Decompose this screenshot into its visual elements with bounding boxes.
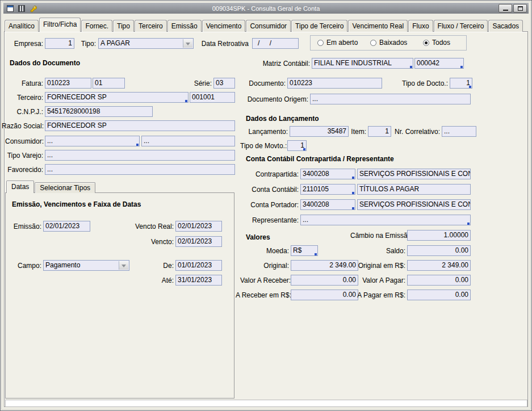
- contrapartida-label: Contrapartida:: [249, 170, 299, 178]
- cambio-label: Câmbio na Emissão: [350, 232, 405, 240]
- subtab-selecionar-tipos[interactable]: Selecionar Tipos: [35, 182, 95, 193]
- lancamento-field[interactable]: 35487: [290, 126, 349, 137]
- nr-correlativo-field[interactable]: ...: [442, 126, 476, 137]
- minimize-button[interactable]: [499, 4, 512, 12]
- emissao-field[interactable]: 02/01/2023: [43, 221, 90, 232]
- tab-vencimento[interactable]: Vencimento: [202, 20, 246, 32]
- tab-consumidor[interactable]: Consumidor: [246, 20, 291, 32]
- documento-origem-field[interactable]: ...: [310, 94, 471, 104]
- tab-sacados[interactable]: Sacados: [488, 20, 523, 32]
- application-window: 009034SPK - Consulta Geral de Conta Anal…: [0, 0, 532, 411]
- tab-analitico[interactable]: Analítico: [5, 20, 39, 32]
- columns-icon-glyph: [18, 5, 25, 12]
- conta-contabil-header: Conta Contábil Contrapartida / Represent…: [246, 155, 394, 163]
- valor-a-pagar-field[interactable]: 0.00: [407, 275, 471, 286]
- radio-baixados[interactable]: Baixados: [370, 39, 407, 47]
- terceiro-label: Terceiro:: [14, 94, 43, 102]
- tab-fluxo[interactable]: Fluxo: [408, 20, 433, 32]
- tipo-value: A PAGAR: [100, 39, 130, 47]
- bottom-strip: [5, 400, 527, 407]
- valor-a-receber-field[interactable]: 0.00: [291, 275, 358, 286]
- cnpj-field[interactable]: 54517628000198: [45, 106, 153, 117]
- matriz-contabil-nome-field[interactable]: FILIAL NFE INDUSTRIAL: [312, 58, 413, 69]
- tab-filtro-ficha[interactable]: Filtro/Ficha: [39, 18, 81, 32]
- chevron-down-icon[interactable]: [183, 39, 192, 48]
- vencto-label: Vencto:: [146, 238, 174, 246]
- contrapartida-descricao-field[interactable]: SERVIÇOS PROFISSIONAIS E CONTRA: [357, 169, 471, 179]
- radio-icon: [370, 40, 376, 46]
- conta-contabil-descricao-field[interactable]: TÍTULOS A PAGAR: [357, 184, 471, 195]
- datas-header: Emissão, Vencimentos e Faixa de Datas: [12, 200, 141, 208]
- representante-field[interactable]: ...: [300, 215, 471, 225]
- tab-tipo-de-terceiro[interactable]: Tipo de Terceiro: [291, 20, 347, 32]
- tab-terceiro[interactable]: Terceiro: [135, 20, 167, 32]
- a-receber-rs-field[interactable]: 0.00: [291, 290, 358, 300]
- favorecido-field[interactable]: ...: [45, 164, 235, 175]
- razao-social-field[interactable]: FORNECEDOR SP: [45, 120, 235, 131]
- conta-contabil-codigo-field[interactable]: 2110105: [300, 184, 355, 195]
- chevron-down-icon[interactable]: [119, 261, 128, 270]
- maximize-button[interactable]: [513, 4, 527, 12]
- data-retroativa-field[interactable]: / /: [252, 38, 299, 49]
- cambio-field[interactable]: 1.00000: [407, 230, 471, 241]
- conta-portador-descricao-field[interactable]: SERVIÇOS PROFISSIONAIS E CONTRA: [357, 199, 471, 210]
- tab-fluxo-terceiro[interactable]: Fluxo / Terceiro: [434, 20, 488, 32]
- fatura-label: Fatura:: [19, 79, 43, 87]
- radio-todos[interactable]: Todos: [423, 39, 450, 47]
- tab-vencimento-real[interactable]: Vencimento Real: [348, 20, 408, 32]
- tipo-select[interactable]: A PAGAR: [98, 38, 194, 49]
- ate-field[interactable]: 31/01/2023: [175, 275, 222, 286]
- campo-label: Campo:: [15, 262, 41, 270]
- tipo-docto-field[interactable]: 1: [450, 78, 472, 89]
- minimize-icon: [503, 10, 508, 11]
- representante-label: Representante:: [249, 216, 299, 224]
- subtab-datas[interactable]: Datas: [6, 181, 34, 193]
- radio-icon: [317, 40, 324, 46]
- vencto-real-field[interactable]: 02/01/2023: [175, 221, 222, 232]
- original-label: Original:: [259, 262, 289, 270]
- moeda-label: Moeda:: [264, 247, 289, 255]
- campo-select[interactable]: Pagamento: [43, 260, 129, 271]
- contrapartida-codigo-field[interactable]: 3400208: [300, 169, 355, 179]
- documento-field[interactable]: 010223: [287, 78, 382, 89]
- terceiro-codigo-field[interactable]: 001001: [190, 92, 235, 103]
- vencto-field[interactable]: 02/01/2023: [175, 236, 222, 247]
- saldo-field[interactable]: 0.00: [407, 245, 471, 256]
- tipo-movto-label: Tipo de Movto.:: [240, 142, 286, 150]
- report-icon[interactable]: [5, 4, 15, 13]
- tipo-varejo-field[interactable]: ...: [45, 150, 235, 161]
- de-field[interactable]: 01/01/2023: [175, 260, 222, 271]
- matriz-contabil-codigo-field[interactable]: 000042: [414, 58, 464, 69]
- serie-field[interactable]: 03: [213, 78, 235, 89]
- tab-emissao[interactable]: Emissão: [167, 20, 202, 32]
- fatura-field[interactable]: 010223: [45, 78, 91, 89]
- radio-em-aberto-label: Em aberto: [326, 39, 358, 47]
- tab-tipo[interactable]: Tipo: [113, 20, 134, 32]
- tipo-movto-field[interactable]: 1: [287, 140, 307, 151]
- lancamento-label: Lançamento:: [248, 128, 288, 136]
- consumidor-codigo-field[interactable]: ...: [45, 136, 140, 146]
- radio-em-aberto[interactable]: Em aberto: [317, 39, 358, 47]
- fatura-parcela-field[interactable]: 01: [93, 78, 125, 89]
- empresa-field[interactable]: 1: [45, 38, 74, 49]
- a-pagar-rs-field[interactable]: 0.00: [407, 290, 471, 300]
- maximize-icon: [518, 6, 523, 11]
- moeda-field[interactable]: R$: [291, 245, 318, 256]
- documento-label: Documento:: [244, 79, 286, 87]
- titlebar: 009034SPK - Consulta Geral de Conta: [3, 3, 529, 14]
- terceiro-nome-field[interactable]: FORNECEDOR SP: [45, 92, 188, 103]
- dados-lancamento-header: Dados do Lançamento: [246, 115, 319, 123]
- item-field[interactable]: 1: [368, 126, 391, 137]
- vencto-real-label: Vencto Real:: [133, 223, 174, 230]
- original-rs-field[interactable]: 2 349.00: [407, 260, 471, 271]
- valores-header: Valores: [246, 233, 270, 241]
- original-rs-label: Original em R$:: [357, 262, 405, 270]
- dados-documento-header: Dados do Documento: [10, 59, 80, 67]
- conta-portador-codigo-field[interactable]: 3400208: [300, 199, 355, 210]
- valor-a-receber-label: Valor A Receber:: [240, 276, 289, 284]
- tab-fornec[interactable]: Fornec.: [81, 20, 112, 32]
- wrench-icon[interactable]: [28, 4, 38, 13]
- columns-icon[interactable]: [16, 4, 27, 13]
- consumidor-nome-field[interactable]: ...: [141, 136, 235, 146]
- original-field[interactable]: 2 349.00: [291, 260, 358, 271]
